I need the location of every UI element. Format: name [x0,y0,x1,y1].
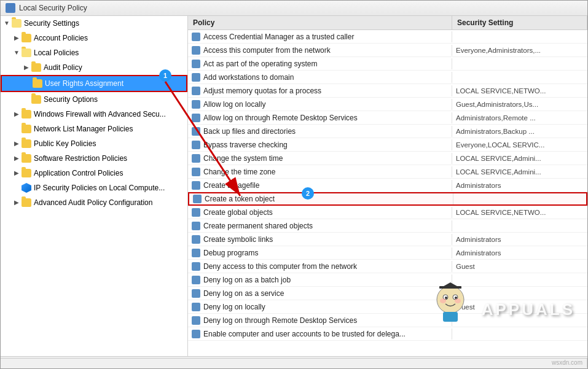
policy-name-cell: Create a token object [189,193,453,204]
policy-name-cell: Adjust memory quotas for a process [188,85,452,96]
policy-setting-cell: LOCAL SERVICE,NETWO... [452,208,587,217]
policy-setting-cell: Everyone,Administrators,... [452,45,587,55]
folder-icon [22,169,31,177]
tree-item-security-settings[interactable]: ▼Security Settings [1,16,187,31]
policy-row-icon [192,127,200,136]
table-row[interactable]: Deny log on through Remote Desktop Servi… [188,314,587,327]
table-row[interactable]: Add workstations to domain [188,71,587,84]
table-row[interactable]: Allow log on locallyGuest,Administrators… [188,98,587,111]
folder-icon [22,154,31,163]
policy-name-cell: Act as part of the operating system [188,58,452,69]
table-row[interactable]: Create global objectsLOCAL SERVICE,NETWO… [188,206,587,219]
tree-arrow: ▼ [13,47,20,59]
policy-name-cell: Back up files and directories [188,126,452,137]
tree-item-ip-security[interactable]: IP Security Policies on Local Compute... [1,181,187,195]
tree-item-public-key[interactable]: ▶Public Key Policies [1,136,187,151]
setting-column-header[interactable]: Security Setting [452,16,587,29]
tree-item-windows-firewall[interactable]: ▶Windows Firewall with Advanced Secu... [1,107,187,122]
table-row[interactable]: Back up files and directoriesAdministrat… [188,125,587,138]
tree-item-local-policies[interactable]: ▼Local Policies [1,45,187,60]
policy-row-icon [192,208,200,217]
horizontal-scrollbar[interactable] [1,358,587,368]
policy-name-cell: Access Credential Manager as a trusted c… [188,31,452,42]
policy-name-cell: Deny log on as a service [188,288,452,299]
tree-item-label: Network List Manager Policies [34,123,133,135]
policy-setting-cell: Administrators [452,181,587,190]
folder-icon [22,49,31,57]
tree-arrow: ▶ [23,61,30,74]
policy-row-icon [192,235,200,244]
policy-setting-cell [452,36,587,38]
policy-name-text: Deny log on as a service [203,289,284,298]
policy-name-cell: Deny log on as a batch job [188,274,452,285]
table-row[interactable]: Enable computer and user accounts to be … [188,327,587,341]
tree-item-app-control[interactable]: ▶Application Control Policies [1,166,187,181]
policy-column-header[interactable]: Policy [188,16,452,29]
policy-setting-cell: LOCAL SERVICE,Admini... [452,167,587,177]
tree-item-label: Security Options [44,93,98,106]
policy-name-text: Change the time zone [203,168,275,176]
policy-name-text: Create a pagefile [203,181,259,190]
policy-name-text: Deny log on locally [203,303,265,311]
tree-arrow: ▼ [3,17,10,29]
policy-name-cell: Debug programs [188,247,452,258]
table-row[interactable]: Create a token object [188,192,587,206]
table-row[interactable]: Bypass traverse checkingEveryone,LOCAL S… [188,138,587,152]
table-row[interactable]: Access this computer from the networkEve… [188,44,587,57]
policy-row-icon [192,181,200,190]
policy-setting-cell: Administrators,Remote ... [452,113,587,123]
policy-setting-cell [452,76,587,79]
table-row[interactable]: Deny log on as a service [188,287,587,300]
tree-item-network-list[interactable]: Network List Manager Policies [1,122,187,136]
policy-name-cell: Change the time zone [188,166,452,177]
table-row[interactable]: Adjust memory quotas for a processLOCAL … [188,84,587,98]
policy-name-text: Back up files and directories [203,127,296,136]
tree-item-software-restriction[interactable]: ▶Software Restriction Policies [1,151,187,166]
policy-setting-cell: Guest,Administrators,Us... [452,99,587,109]
table-row[interactable]: Create a pagefileAdministrators [188,179,587,192]
policy-name-cell: Bypass traverse checking [188,139,452,150]
table-row[interactable]: Create permanent shared objects [188,219,587,233]
tree-arrow: ▶ [13,138,20,150]
policy-name-text: Deny log on through Remote Desktop Servi… [203,316,357,325]
policy-list: Access Credential Manager as a trusted c… [188,30,587,356]
policy-name-text: Change the system time [203,154,283,163]
table-row[interactable]: Deny log on locallyGuest [188,300,587,314]
tree-item-user-rights[interactable]: User Rights Assignment [1,75,187,92]
shield-icon [22,183,31,193]
tree-item-advanced-audit[interactable]: ▶Advanced Audit Policy Configuration [1,195,187,210]
tree-item-label: Local Policies [34,47,79,59]
policy-name-cell: Allow log on locally [188,99,452,110]
table-row[interactable]: Deny log on as a batch job [188,273,587,287]
folder-icon [22,125,31,133]
policy-name-cell: Add workstations to domain [188,72,452,83]
tree-item-audit-policy[interactable]: ▶Audit Policy [1,60,187,75]
table-row[interactable]: Create symbolic linksAdministrators [188,233,587,246]
tree-item-security-options[interactable]: Security Options [1,92,187,107]
policy-name-cell: Deny log on through Remote Desktop Servi… [188,315,452,326]
tree-item-label: Windows Firewall with Advanced Secu... [34,108,166,120]
policy-name-cell: Create global objects [188,207,452,218]
policy-setting-cell [452,225,587,227]
tree-item-account-policies[interactable]: ▶Account Policies [1,31,187,45]
table-row[interactable]: Allow log on through Remote Desktop Serv… [188,111,587,125]
policy-name-cell: Enable computer and user accounts to be … [188,328,452,340]
table-row[interactable]: Change the system timeLOCAL SERVICE,Admi… [188,152,587,165]
folder-icon [33,79,42,88]
policy-setting-cell [452,333,587,335]
table-row[interactable]: Change the time zoneLOCAL SERVICE,Admini… [188,165,587,179]
policy-row-icon [192,330,200,338]
table-row[interactable]: Debug programsAdministrators [188,246,587,260]
policy-name-cell: Allow log on through Remote Desktop Serv… [188,112,452,123]
policy-name-cell: Change the system time [188,153,452,164]
table-row[interactable]: Access Credential Manager as a trusted c… [188,30,587,44]
table-row[interactable]: Act as part of the operating system [188,57,587,71]
policy-setting-cell: Administrators [452,248,587,258]
tree-item-label: Audit Policy [44,61,82,74]
policy-row-icon [192,100,200,109]
policy-setting-cell: Guest [452,302,587,312]
policy-row-icon [192,60,200,68]
table-row[interactable]: Deny access to this computer from the ne… [188,260,587,273]
policy-setting-cell: Administrators,Backup ... [452,126,587,136]
policy-row-icon [192,262,200,271]
